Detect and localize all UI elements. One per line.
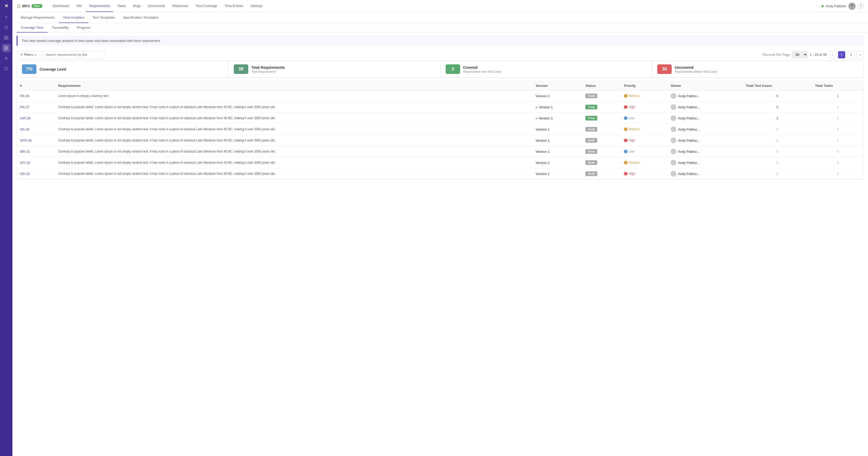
req-owner-cell: Andy Pattiso... xyxy=(668,157,742,168)
version-value: Version 1 xyxy=(536,127,550,131)
req-text-cell: Contrary to popular belief, Lorem Ipsum … xyxy=(55,124,533,135)
owner-avatar xyxy=(671,149,676,154)
table-row: MR-31 Contrary to popular belief, Lorem … xyxy=(17,146,864,157)
stat-subtitle: Requirements without Test Cases xyxy=(675,70,717,73)
user-avatar[interactable] xyxy=(848,3,856,10)
sub-tab-view-analytics[interactable]: View Analytics xyxy=(59,12,89,23)
owner-avatar xyxy=(671,160,676,166)
priority-label: Low xyxy=(628,116,634,120)
menu-icon[interactable]: ≡ xyxy=(2,13,10,21)
sub-tab-manage-requirements[interactable]: Manage Requirements xyxy=(17,12,59,23)
stat-card-covered: 3 Covered Requirements with Test Cases xyxy=(440,61,652,78)
owner-name: Andy Pattiso... xyxy=(678,161,700,165)
priority-badge: High xyxy=(624,105,664,109)
req-id-link[interactable]: UIR-28 xyxy=(20,116,30,120)
priority-badge: High xyxy=(624,172,664,175)
open-badge: Open xyxy=(32,4,42,8)
pagination-page-2-button[interactable]: 2 xyxy=(847,51,855,58)
req-priority-cell: Medium xyxy=(621,124,668,135)
req-id-link[interactable]: API-32 xyxy=(20,161,30,165)
stat-card-total-requirements: 39 Total Requirements Total Requirements xyxy=(228,61,440,78)
requirements-table: #RequirementsVersionStatusPriorityOwnerT… xyxy=(17,81,864,179)
nav-tab-settings[interactable]: Settings xyxy=(247,0,266,12)
col-header-total-test-cases: Total Test Cases xyxy=(743,81,812,90)
version-value: Version 1 xyxy=(536,172,550,176)
req-id-link[interactable]: NFR-30 xyxy=(20,139,32,142)
priority-label: Low xyxy=(628,150,634,153)
nav-tab-info[interactable]: Info xyxy=(73,0,85,12)
req-version-cell: Version 1 xyxy=(533,168,583,179)
project-icon: 📋 xyxy=(17,4,21,8)
pagination-next-button[interactable]: › xyxy=(857,51,864,58)
nav-tab-time-entries[interactable]: Time Entries xyxy=(221,0,246,12)
nav-tab-test-coverage[interactable]: Test Coverage xyxy=(192,0,220,12)
sub-tab-text-templates[interactable]: Text Templates xyxy=(88,12,119,23)
priority-dot-icon xyxy=(624,161,627,164)
pagination-page-1-button[interactable]: 1 xyxy=(838,51,845,58)
priority-badge: High xyxy=(624,139,664,142)
view-tab-coverage-view[interactable]: Coverage View xyxy=(17,23,48,33)
priority-badge: Medium xyxy=(624,161,664,164)
project-badge: 📋 IRFC Open xyxy=(17,4,42,8)
nav-tab-requirements[interactable]: Requirements xyxy=(86,0,113,12)
stat-title: Coverage Level xyxy=(39,67,66,72)
doc-icon[interactable] xyxy=(2,44,10,52)
pagination-prev-button[interactable]: ‹ xyxy=(829,51,836,58)
stat-badge: 36 xyxy=(657,64,672,74)
req-id-link[interactable]: MR-31 xyxy=(20,150,30,153)
req-owner-cell: Andy Pattiso... xyxy=(668,90,742,102)
view-tab-traceability[interactable]: Traceability xyxy=(48,23,73,33)
test-cases-cell: 0 xyxy=(743,168,812,179)
total-tasks-cell: 0 xyxy=(812,102,864,113)
req-id-link[interactable]: SR-29 xyxy=(20,127,29,131)
req-status-cell: Draft xyxy=(582,124,621,135)
user-icon[interactable] xyxy=(2,54,10,62)
search-input[interactable] xyxy=(42,51,104,58)
col-header-#: # xyxy=(17,81,55,90)
owner-cell: Andy Pattiso... xyxy=(671,160,739,166)
per-page-select[interactable]: 20 50 100 xyxy=(792,51,808,58)
req-owner-cell: Andy Pattiso... xyxy=(668,124,742,135)
req-id-link[interactable]: PR-27 xyxy=(20,105,29,109)
sub-tabs: Manage RequirementsView AnalyticsText Te… xyxy=(12,12,868,23)
main-content: 📋 IRFC Open DashboardInfoRequirementsTas… xyxy=(12,0,868,456)
req-id-cell: OR-33 xyxy=(17,168,55,179)
nav-tab-dashboard[interactable]: Dashboard xyxy=(50,0,72,12)
nav-tab-tasks[interactable]: Tasks xyxy=(114,0,129,12)
status-badge: Final xyxy=(585,116,597,120)
stat-card-uncovered: 36 Uncovered Requirements without Test C… xyxy=(652,61,864,78)
nav-tab-documents[interactable]: Documents xyxy=(145,0,168,12)
chat-icon[interactable] xyxy=(2,65,10,73)
table-row: FR-26 Lorem ipsum is simply a dummy text… xyxy=(17,90,864,102)
nav-tabs: DashboardInfoRequirementsTasksBugsDocume… xyxy=(50,0,266,12)
priority-badge: Low xyxy=(624,150,664,153)
logo[interactable]: ✕ xyxy=(4,3,8,9)
grid-icon[interactable] xyxy=(2,34,10,42)
priority-badge: Medium xyxy=(624,94,664,98)
priority-dot-icon xyxy=(624,105,627,109)
filters-button[interactable]: Filters xyxy=(17,51,40,58)
req-id-link[interactable]: FR-26 xyxy=(20,94,29,98)
view-tab-progress[interactable]: Progress xyxy=(73,23,95,33)
test-cases-cell: 5 xyxy=(743,102,812,113)
test-cases-cell: 0 xyxy=(743,124,812,135)
status-badge: Draft xyxy=(585,127,597,132)
req-text-cell: Contrary to popular belief, Lorem Ipsum … xyxy=(55,113,533,124)
stat-badge: 3 xyxy=(445,64,460,74)
bell-icon[interactable] xyxy=(2,23,10,32)
version-value: Version 1 xyxy=(536,139,550,142)
priority-dot-icon xyxy=(624,94,627,98)
sub-tab-specification-templates[interactable]: Specification Templates xyxy=(119,12,162,23)
help-button[interactable]: ? xyxy=(858,3,864,9)
nav-tab-bugs[interactable]: Bugs xyxy=(130,0,144,12)
req-id-link[interactable]: OR-33 xyxy=(20,172,30,176)
nav-tab-milestones[interactable]: Milestones xyxy=(169,0,191,12)
stat-badge: 7% xyxy=(22,64,36,74)
owner-avatar xyxy=(671,115,676,121)
stat-subtitle: Requirements with Test Cases xyxy=(463,70,501,73)
svg-rect-2 xyxy=(4,38,6,39)
owner-name: Andy Pattiso... xyxy=(678,127,700,131)
test-cases-cell: 0 xyxy=(743,135,812,146)
req-text: Contrary to popular belief, Lorem Ipsum … xyxy=(58,150,275,153)
col-header-owner: Owner xyxy=(668,81,742,90)
